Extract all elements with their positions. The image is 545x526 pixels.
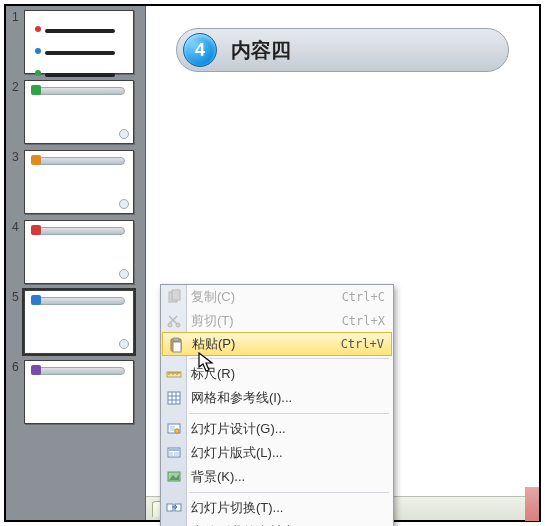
copy-icon: [166, 289, 182, 305]
slide-thumb[interactable]: [24, 150, 134, 214]
svg-rect-15: [174, 452, 179, 456]
slide-thumb-row[interactable]: 3: [6, 146, 145, 216]
ctx-upload[interactable]: 上传到我的素材库(U)...: [161, 520, 393, 526]
slide-title-text: 内容四: [231, 37, 291, 64]
ctx-layout[interactable]: 幻灯片版式(L)...: [161, 441, 393, 465]
svg-point-2: [168, 323, 172, 327]
ctx-grid[interactable]: 网格和参考线(I)...: [161, 386, 393, 410]
svg-rect-14: [169, 452, 173, 456]
background-icon: [166, 469, 182, 485]
svg-rect-5: [173, 342, 181, 352]
context-menu: 复制(C) Ctrl+C 剪切(T) Ctrl+X 粘贴(P) Ctrl+V 标…: [160, 284, 394, 526]
ctx-cut: 剪切(T) Ctrl+X: [161, 309, 393, 333]
ctx-separator: [189, 358, 389, 359]
slide-thumb[interactable]: [24, 10, 134, 74]
slide-thumb[interactable]: [24, 220, 134, 284]
slide-thumb[interactable]: [24, 360, 134, 424]
slide-number: 4: [12, 220, 24, 234]
slide-number: 1: [12, 10, 24, 24]
ctx-separator: [189, 413, 389, 414]
ctx-setup[interactable]: 幻灯片设计(G)...: [161, 417, 393, 441]
app-frame: 1 2 3 4: [4, 4, 541, 522]
layout-icon: [166, 445, 182, 461]
transition-icon: [166, 500, 182, 516]
slide-thumb-row[interactable]: 1: [6, 6, 145, 76]
svg-rect-13: [169, 449, 179, 451]
slide-number: 3: [12, 150, 24, 164]
slide-number: 6: [12, 360, 24, 374]
slide-title-badge: 4: [183, 33, 217, 67]
svg-rect-10: [170, 426, 175, 431]
slide-rail[interactable]: 1 2 3 4: [6, 6, 146, 520]
slide-number: 5: [12, 290, 24, 304]
svg-point-11: [175, 429, 179, 433]
ctx-paste[interactable]: 粘贴(P) Ctrl+V: [162, 332, 392, 356]
slide-thumb-row[interactable]: 4: [6, 216, 145, 286]
slide-thumb-row[interactable]: 6: [6, 356, 145, 426]
ruler-icon: [166, 366, 182, 382]
slide-thumb-row[interactable]: 5: [6, 286, 145, 356]
ctx-transition[interactable]: 幻灯片切换(T)...: [161, 496, 393, 520]
ctx-separator: [189, 492, 389, 493]
svg-rect-8: [168, 392, 180, 404]
ctx-copy: 复制(C) Ctrl+C: [161, 285, 393, 309]
grid-icon: [166, 390, 182, 406]
slide-title-bar[interactable]: 4 内容四: [176, 28, 509, 72]
slide-thumb-row[interactable]: 2: [6, 76, 145, 146]
svg-rect-1: [172, 290, 180, 300]
cut-icon: [166, 313, 182, 329]
ctx-ruler[interactable]: 标尺(R): [161, 362, 393, 386]
slide-number: 2: [12, 80, 24, 94]
slide-thumb[interactable]: [24, 290, 134, 354]
ctx-background[interactable]: 背景(K)...: [161, 465, 393, 489]
setup-icon: [166, 421, 182, 437]
svg-rect-6: [173, 338, 179, 341]
paste-icon: [168, 337, 184, 353]
slide-thumb[interactable]: [24, 80, 134, 144]
svg-point-3: [176, 323, 180, 327]
